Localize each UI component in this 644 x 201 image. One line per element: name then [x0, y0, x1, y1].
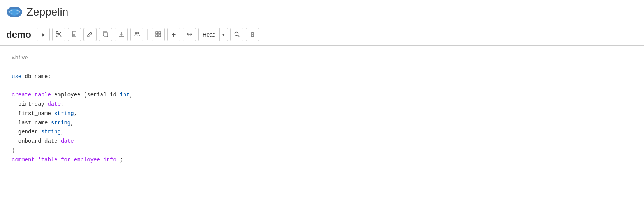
grid-icon [155, 31, 161, 38]
play-icon: ▶ [42, 32, 45, 37]
add-paragraph-button[interactable]: + [167, 28, 180, 41]
clone-button[interactable] [99, 28, 112, 41]
svg-rect-10 [72, 31, 73, 37]
book-icon [71, 31, 78, 38]
toolbar: demo ▶ [0, 24, 644, 46]
svg-point-3 [56, 35, 58, 37]
separator-1 [147, 29, 148, 40]
svg-rect-19 [156, 35, 158, 37]
svg-rect-12 [104, 33, 108, 37]
chevron-down-icon[interactable]: ▾ [220, 28, 228, 41]
code-line-9: gender string, [12, 128, 632, 137]
zeppelin-logo-icon [6, 5, 23, 19]
app-title: Zeppelin [26, 6, 68, 18]
plus-icon: + [172, 31, 176, 38]
swap-icon [186, 31, 192, 38]
code-line-10: onboard_date date [12, 137, 632, 146]
svg-point-1 [9, 9, 19, 16]
run-button[interactable]: ▶ [37, 28, 50, 41]
logo-area: Zeppelin [6, 5, 68, 19]
svg-point-15 [135, 32, 137, 34]
svg-point-16 [138, 32, 139, 34]
svg-rect-17 [156, 32, 158, 34]
copy-icon [102, 31, 109, 38]
layout-button[interactable] [152, 28, 165, 41]
export-button[interactable] [115, 28, 128, 41]
people-icon [134, 31, 140, 38]
permissions-button[interactable] [130, 28, 143, 41]
code-line-7: first_name string, [12, 109, 632, 119]
show-linenumbers-button[interactable] [68, 28, 81, 41]
code-line-1: %hive [12, 54, 632, 63]
download-icon [118, 31, 124, 38]
clear-output-button[interactable] [52, 28, 65, 41]
search-icon [234, 31, 240, 38]
search-button[interactable] [230, 28, 243, 41]
svg-point-2 [56, 31, 58, 33]
code-line-11: ) [12, 146, 632, 156]
code-line-8: last_name string, [12, 119, 632, 128]
svg-rect-20 [159, 35, 161, 37]
code-line-3: use db_name; [12, 72, 632, 82]
edit-button[interactable] [83, 28, 97, 41]
svg-line-23 [238, 35, 240, 37]
trash-icon [249, 31, 256, 38]
code-line-12: comment 'table for employee info'; [12, 156, 632, 165]
head-label: Head [199, 28, 220, 41]
notebook-title: demo [6, 29, 31, 40]
code-line-4 [12, 81, 632, 91]
svg-point-22 [235, 32, 238, 35]
head-dropdown[interactable]: Head ▾ [198, 28, 228, 41]
code-line-2 [12, 63, 632, 72]
toggle-editor-button[interactable] [183, 28, 196, 41]
svg-rect-18 [159, 32, 161, 34]
code-line-5: create table employee (serial_id int, [12, 91, 632, 100]
code-editor[interactable]: %hive use db_name; create table employee… [0, 46, 644, 186]
scissors-icon [56, 31, 62, 38]
code-line-6: birthday date, [12, 100, 632, 109]
top-bar: Zeppelin [0, 0, 644, 24]
delete-button[interactable] [246, 28, 259, 41]
pencil-icon [87, 31, 93, 38]
